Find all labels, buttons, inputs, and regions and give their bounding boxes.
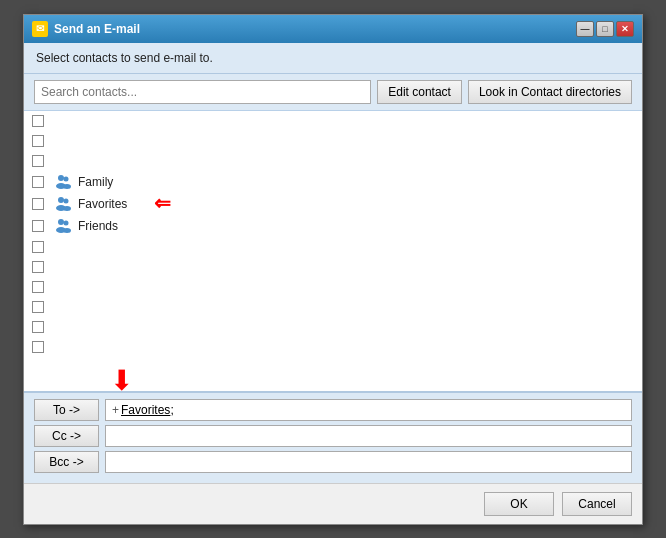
checkbox-favorites[interactable] (32, 198, 44, 210)
to-favorites-name: Favorites (121, 403, 170, 417)
bcc-input[interactable] (105, 451, 632, 473)
contact-list[interactable]: Family Favorites ⇐ (24, 111, 642, 391)
list-item-favorites[interactable]: Favorites ⇐ (24, 193, 642, 215)
list-item-friends[interactable]: Friends (24, 215, 642, 237)
window-title: Send an E-mail (54, 22, 576, 36)
recipient-area: ⬇ To -> +Favorites; Cc -> Bcc -> (24, 391, 642, 483)
bcc-button[interactable]: Bcc -> (34, 451, 99, 473)
edit-contact-button[interactable]: Edit contact (377, 80, 462, 104)
cc-row: Cc -> (34, 425, 632, 447)
maximize-button[interactable]: □ (596, 21, 614, 37)
checkbox[interactable] (32, 281, 44, 293)
bcc-row: Bcc -> (34, 451, 632, 473)
favorites-label: Favorites (78, 197, 127, 211)
look-in-directories-button[interactable]: Look in Contact directories (468, 80, 632, 104)
footer: OK Cancel (24, 483, 642, 524)
list-item (24, 297, 642, 317)
main-window: ✉ Send an E-mail — □ ✕ Select contacts t… (23, 14, 643, 525)
svg-point-8 (58, 219, 64, 225)
group-icon-favorites (54, 195, 72, 213)
list-item (24, 337, 642, 357)
svg-point-1 (64, 176, 69, 181)
svg-point-3 (63, 184, 71, 189)
search-input[interactable] (34, 80, 371, 104)
window-icon: ✉ (32, 21, 48, 37)
title-bar: ✉ Send an E-mail — □ ✕ (24, 15, 642, 43)
svg-point-0 (58, 175, 64, 181)
cc-button[interactable]: Cc -> (34, 425, 99, 447)
cancel-button[interactable]: Cancel (562, 492, 632, 516)
checkbox-family[interactable] (32, 176, 44, 188)
list-item (24, 151, 642, 171)
group-icon (54, 173, 72, 191)
favorites-arrow: ⇐ (154, 191, 171, 215)
svg-point-11 (63, 228, 71, 233)
list-item (24, 277, 642, 297)
to-input[interactable]: +Favorites; (105, 399, 632, 421)
to-button[interactable]: To -> (34, 399, 99, 421)
window-controls: — □ ✕ (576, 21, 634, 37)
list-item (24, 237, 642, 257)
checkbox[interactable] (32, 321, 44, 333)
toolbar: Edit contact Look in Contact directories (24, 74, 642, 111)
list-item-family[interactable]: Family (24, 171, 642, 193)
svg-point-9 (64, 220, 69, 225)
checkbox[interactable] (32, 135, 44, 147)
svg-point-4 (58, 197, 64, 203)
group-icon-friends (54, 217, 72, 235)
friends-label: Friends (78, 219, 118, 233)
checkbox[interactable] (32, 115, 44, 127)
checkbox[interactable] (32, 155, 44, 167)
to-semicolon: ; (170, 403, 173, 417)
checkbox[interactable] (32, 241, 44, 253)
cc-input[interactable] (105, 425, 632, 447)
svg-point-7 (63, 206, 71, 211)
close-button[interactable]: ✕ (616, 21, 634, 37)
list-item (24, 317, 642, 337)
ok-button[interactable]: OK (484, 492, 554, 516)
header-bar: Select contacts to send e-mail to. (24, 43, 642, 74)
to-plus: + (112, 403, 119, 417)
header-text: Select contacts to send e-mail to. (36, 51, 213, 65)
checkbox-friends[interactable] (32, 220, 44, 232)
checkbox[interactable] (32, 301, 44, 313)
list-item (24, 131, 642, 151)
minimize-button[interactable]: — (576, 21, 594, 37)
svg-point-5 (64, 198, 69, 203)
list-item (24, 111, 642, 131)
to-row: To -> +Favorites; (34, 399, 632, 421)
checkbox[interactable] (32, 261, 44, 273)
family-label: Family (78, 175, 113, 189)
list-item (24, 257, 642, 277)
checkbox[interactable] (32, 341, 44, 353)
main-content: Family Favorites ⇐ (24, 111, 642, 391)
